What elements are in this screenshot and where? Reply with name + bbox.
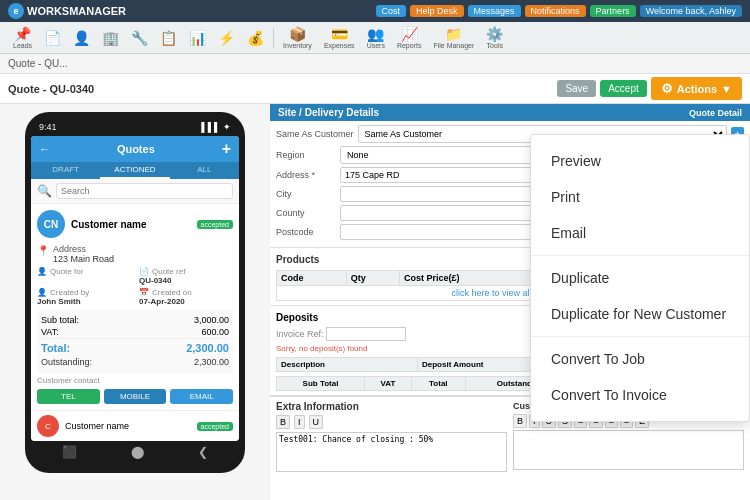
quote-for-icon: 👤 Quote for: [37, 267, 131, 276]
expenses-label: Expenses: [324, 42, 355, 49]
welcome-button[interactable]: Welcome back, Ashley: [640, 5, 742, 17]
add-icon[interactable]: +: [222, 140, 231, 158]
action-duplicate-new-customer[interactable]: Duplicate for New Customer: [531, 296, 749, 332]
subtotal-value: 3,000.00: [194, 315, 229, 325]
extra-italic-btn[interactable]: I: [294, 415, 305, 429]
deposit-title: Deposits: [276, 312, 318, 323]
extra-underline-btn[interactable]: U: [309, 415, 324, 429]
action-preview[interactable]: Preview: [531, 143, 749, 179]
toolbar-item-3[interactable]: 👤: [68, 28, 95, 48]
phone-bottom-bar: ⬛ ⬤ ❮: [31, 441, 239, 463]
action-print[interactable]: Print: [531, 179, 749, 215]
tel-button[interactable]: TEL: [37, 389, 100, 404]
invoice-ref-label: Invoice Ref: [276, 329, 321, 339]
next-customer-name: Customer name: [65, 421, 129, 431]
wrench-icon: 🔧: [131, 30, 148, 46]
quote-ref-label: Quote ref: [152, 267, 185, 276]
inventory-label: Inventory: [283, 42, 312, 49]
created-by-col: 👤 Created by John Smith: [37, 288, 131, 306]
save-button[interactable]: Save: [557, 80, 596, 97]
email-button[interactable]: EMAIL: [170, 389, 233, 404]
vat-label: VAT:: [41, 327, 59, 337]
reports-label: Reports: [397, 42, 422, 49]
lightning-icon: ⚡: [218, 30, 235, 46]
toolbar-item-4[interactable]: 🏢: [97, 28, 124, 48]
messages-button[interactable]: Messages: [468, 5, 521, 17]
subtotal-row: Sub total: 3,000.00: [41, 314, 229, 326]
phone-status-bar: 9:41 ▌▌▌ ✦: [31, 122, 239, 132]
actions-label: Actions: [677, 83, 717, 95]
toolbar-inventory[interactable]: 📦 Inventory: [278, 24, 317, 51]
action-duplicate[interactable]: Duplicate: [531, 260, 749, 296]
gear-icon: ⚙: [661, 81, 673, 96]
expenses-icon: 💳: [331, 26, 348, 42]
money-icon: 💰: [247, 30, 264, 46]
customer-name: Customer name: [71, 219, 191, 230]
tab-all[interactable]: ALL: [170, 162, 239, 179]
back-icon[interactable]: ←: [39, 143, 50, 155]
toolbar-item-8[interactable]: ⚡: [213, 28, 240, 48]
tab-actioned[interactable]: ACTIONED: [100, 162, 169, 179]
toolbar-item-2[interactable]: 📄: [39, 28, 66, 48]
action-email[interactable]: Email: [531, 215, 749, 251]
next-customer-avatar: C: [37, 415, 59, 437]
home-icon[interactable]: ⬛: [62, 445, 77, 459]
toolbar-expenses[interactable]: 💳 Expenses: [319, 24, 360, 51]
toolbar-reports[interactable]: 📈 Reports: [392, 24, 427, 51]
contact-label: Customer contact: [37, 376, 233, 385]
county-label: County: [276, 208, 336, 218]
invoice-ref-input[interactable]: [326, 327, 406, 341]
created-by-label-row: 👤 Created by: [37, 288, 131, 297]
notes-bold-btn[interactable]: B: [513, 414, 527, 428]
file-manager-icon: 📁: [445, 26, 462, 42]
toolbar-tools[interactable]: ⚙️ Tools: [481, 24, 508, 51]
toolbar-item-7[interactable]: 📊: [184, 28, 211, 48]
toolbar-item-6[interactable]: 📋: [155, 28, 182, 48]
help-button[interactable]: Help Desk: [410, 5, 464, 17]
cost-button[interactable]: Cost: [376, 5, 407, 17]
toolbar-leads[interactable]: 📌 Leads: [8, 24, 37, 51]
phone-signal: ▌▌▌ ✦: [201, 122, 231, 132]
toolbar-users[interactable]: 👥 Users: [362, 24, 390, 51]
extra-info-section: Extra Information B I U Test001: Chance …: [276, 401, 507, 496]
action-convert-invoice[interactable]: Convert To Invoice: [531, 377, 749, 413]
circle-icon[interactable]: ⬤: [131, 445, 144, 459]
toolbar-file-manager[interactable]: 📁 File Manager: [428, 24, 479, 51]
col-vat: VAT: [365, 377, 412, 391]
chevron-icon[interactable]: ❮: [198, 445, 208, 459]
phone-app-title: Quotes: [117, 143, 155, 155]
mobile-button[interactable]: MOBILE: [104, 389, 167, 404]
region-label: Region: [276, 150, 336, 160]
site-delivery-title: Site / Delivery Details: [278, 107, 379, 118]
logo-icon: e: [8, 3, 24, 19]
col-qty: Qty: [346, 271, 399, 286]
created-on-label-row: 📅 Created on: [139, 288, 233, 297]
quote-detail-link[interactable]: Quote Detail: [689, 108, 742, 118]
phone-search-input[interactable]: [56, 183, 233, 199]
partners-button[interactable]: Partners: [590, 5, 636, 17]
actions-button[interactable]: ⚙ Actions ▼: [651, 77, 742, 100]
created-on-col: 📅 Created on 07-Apr-2020: [139, 288, 233, 306]
notifications-button[interactable]: Notifications: [525, 5, 586, 17]
tab-draft[interactable]: DRAFT: [31, 162, 100, 179]
extra-info-toolbar: B I U: [276, 415, 507, 429]
vat-row: VAT: 600.00: [41, 326, 229, 338]
extra-bold-btn[interactable]: B: [276, 415, 290, 429]
toolbar-item-5[interactable]: 🔧: [126, 28, 153, 48]
quote-for-col: 👤 Quote for: [37, 267, 131, 285]
tools-icon: ⚙️: [486, 26, 503, 42]
user-icon: 👤: [37, 267, 47, 276]
phone-time: 9:41: [39, 122, 57, 132]
toolbar-item-9[interactable]: 💰: [242, 28, 269, 48]
action-convert-job[interactable]: Convert To Job: [531, 341, 749, 377]
address-row: 📍 Address 123 Main Road: [37, 244, 233, 264]
customer-notes-textarea[interactable]: [513, 430, 744, 470]
created-by-label: Created by: [50, 288, 89, 297]
nav-right: Cost Help Desk Messages Notifications Pa…: [376, 5, 742, 17]
accept-button[interactable]: Accept: [600, 80, 647, 97]
outstanding-label: Outstanding:: [41, 357, 92, 367]
building-icon: 🏢: [102, 30, 119, 46]
total-value: 2,300.00: [186, 342, 229, 354]
quote-header: Quote - QU-0340 Save Accept ⚙ Actions ▼: [0, 74, 750, 104]
extra-info-textarea[interactable]: Test001: Chance of closing : 50%: [276, 432, 507, 472]
